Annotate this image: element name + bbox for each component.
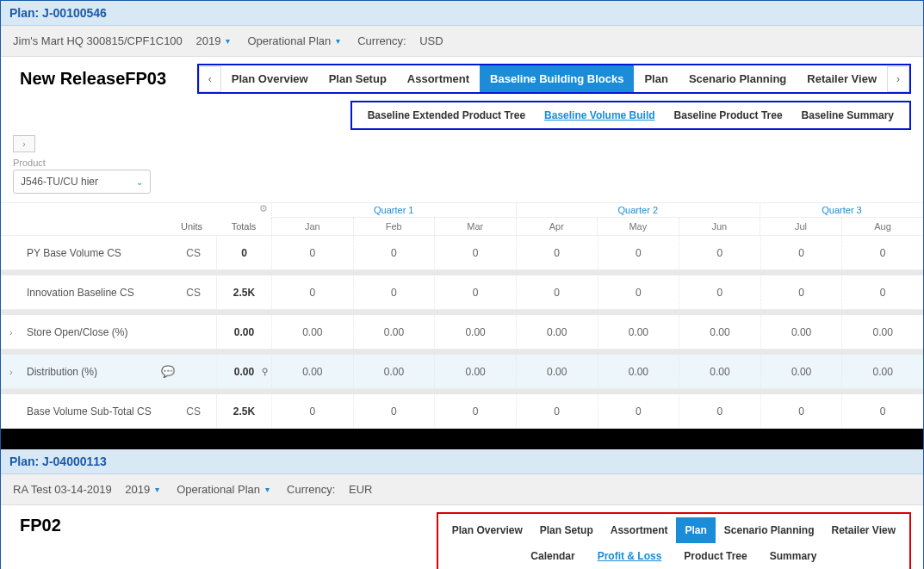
volume-grid: Units ⚙ Totals Quarter 1 Jan Feb Mar Qua… xyxy=(1,202,923,429)
gear-icon[interactable]: ⚙ xyxy=(259,203,268,214)
tab-plan-setup[interactable]: Plan Setup xyxy=(319,65,397,92)
row-total: 2.5K xyxy=(216,275,271,309)
customer-selector[interactable]: Jim's Mart HQ 300815/CPF1C100 2019 ▾ xyxy=(13,34,230,47)
grid-cell[interactable]: 0.00 xyxy=(434,355,516,388)
subtab-summary[interactable]: Summary xyxy=(770,550,817,562)
expand-panel-button[interactable]: › xyxy=(13,135,35,152)
product-dropdown[interactable]: J546-TU/CU hier ⌄ xyxy=(13,170,151,194)
grid-cell[interactable]: 0.00 xyxy=(271,355,353,388)
table-row: Base Volume Sub-Total CSCS2.5K00000000 xyxy=(1,394,923,429)
grid-cell[interactable]: 0 xyxy=(516,275,598,309)
quarter-label: Quarter 1 xyxy=(271,203,516,218)
tab-plan[interactable]: Plan xyxy=(634,65,678,92)
quarter-label: Quarter 2 xyxy=(516,203,760,218)
grid-cell[interactable]: 0 xyxy=(598,394,679,428)
tab-assortment[interactable]: Assortment xyxy=(602,517,677,543)
grid-cell[interactable]: 0.00 xyxy=(679,355,760,388)
grid-cell[interactable]: 0 xyxy=(760,236,842,269)
month-header: Aug xyxy=(841,218,923,235)
grid-cell[interactable]: 0 xyxy=(679,394,760,428)
plan-type-selector[interactable]: Operational Plan ▾ xyxy=(247,34,340,47)
table-row: Innovation Baseline CSCS2.5K00000000 xyxy=(1,275,923,310)
grid-cell[interactable]: 0 xyxy=(353,394,435,428)
tab-retailer-view[interactable]: Retailer View xyxy=(797,65,887,92)
grid-cell[interactable]: 0 xyxy=(353,236,435,269)
grid-cell[interactable]: 0 xyxy=(434,275,516,309)
upper-toolbar: Jim's Mart HQ 300815/CPF1C100 2019 ▾ Ope… xyxy=(1,26,923,57)
grid-cell[interactable]: 0 xyxy=(598,275,679,309)
grid-cell[interactable]: 0 xyxy=(760,394,842,428)
subtab-product-tree[interactable]: Product Tree xyxy=(684,550,747,562)
grid-header: Units ⚙ Totals Quarter 1 Jan Feb Mar Qua… xyxy=(1,203,923,236)
month-header: Jan xyxy=(271,218,353,235)
grid-cell[interactable]: 0 xyxy=(353,275,435,309)
plan-type-selector[interactable]: Operational Plan ▾ xyxy=(177,483,270,496)
grid-cell[interactable]: 0.00 xyxy=(760,355,842,388)
tab-plan-overview[interactable]: Plan Overview xyxy=(221,65,319,92)
subtabs-upper: Baseline Extended Product Tree Baseline … xyxy=(352,102,909,128)
grid-cell[interactable]: 0 xyxy=(516,236,598,269)
tab-plan-setup[interactable]: Plan Setup xyxy=(531,517,602,543)
grid-cell[interactable]: 0.00 xyxy=(516,315,598,349)
row-total: 0 xyxy=(216,236,271,269)
grid-cell[interactable]: 0 xyxy=(760,275,842,309)
grid-cell[interactable]: 0.00 xyxy=(598,315,679,349)
subtab-baseline-extended-product-tree[interactable]: Baseline Extended Product Tree xyxy=(368,109,525,121)
grid-cell[interactable]: 0.00 xyxy=(353,315,435,349)
page-title-upper: Plan: J-00100546 xyxy=(1,1,923,26)
grid-cell[interactable]: 0 xyxy=(271,236,353,269)
grid-cell[interactable]: 0 xyxy=(598,236,679,269)
customer-selector[interactable]: RA Test 03-14-2019 2019 ▾ xyxy=(13,483,159,496)
grid-cell[interactable]: 0.00 xyxy=(760,315,842,349)
chevron-down-icon: ⌄ xyxy=(136,177,143,187)
tabs-scroll-right[interactable]: › xyxy=(887,66,909,92)
lower-panel: Plan: J-04000113 RA Test 03-14-2019 2019… xyxy=(1,449,923,569)
tab-plan-overview[interactable]: Plan Overview xyxy=(443,517,531,543)
tab-scenario-planning[interactable]: Scenario Planning xyxy=(716,517,823,543)
grid-cell[interactable]: 0 xyxy=(271,275,353,309)
grid-cell[interactable]: 0 xyxy=(434,394,516,428)
grid-cell[interactable]: 0 xyxy=(516,394,598,428)
grid-cell[interactable]: 0.00 xyxy=(271,315,353,349)
grid-cell[interactable]: 0 xyxy=(841,236,923,269)
subtab-baseline-product-tree[interactable]: Baseline Product Tree xyxy=(674,109,783,121)
grid-cell[interactable]: 0.00 xyxy=(841,355,923,388)
subtab-baseline-summary[interactable]: Baseline Summary xyxy=(802,109,894,121)
magnify-icon[interactable]: ⚲ xyxy=(262,367,268,376)
subtab-profit-loss[interactable]: Profit & Loss xyxy=(598,550,662,562)
tab-plan[interactable]: Plan xyxy=(676,517,715,543)
grid-cell[interactable]: 0.00 xyxy=(516,355,598,388)
grid-cell[interactable]: 0.00 xyxy=(841,315,923,349)
grid-cell[interactable]: 0 xyxy=(679,275,760,309)
table-row: ›Distribution (%)💬0.00⚲0.000.000.000.000… xyxy=(1,355,923,389)
row-total: 0.00⚲ xyxy=(216,355,271,388)
expand-row-icon[interactable]: › xyxy=(9,367,13,377)
row-name: PY Base Volume CS xyxy=(27,247,175,259)
grid-cell[interactable]: 0 xyxy=(841,275,923,309)
subtabs-lower: Calendar Profit & Loss Product Tree Summ… xyxy=(443,543,904,569)
grid-cell[interactable]: 0 xyxy=(679,236,760,269)
tab-baseline-building-blocks[interactable]: Baseline Building Blocks xyxy=(480,65,634,92)
divider-bar xyxy=(1,429,923,449)
grid-cell[interactable]: 0 xyxy=(841,394,923,428)
grid-cell[interactable]: 0 xyxy=(271,394,353,428)
grid-cell[interactable]: 0.00 xyxy=(434,315,516,349)
expand-row-icon[interactable]: › xyxy=(9,327,13,337)
tab-scenario-planning[interactable]: Scenario Planning xyxy=(679,65,797,92)
grid-cell[interactable]: 0 xyxy=(434,236,516,269)
month-header: Feb xyxy=(353,218,435,235)
grid-cell[interactable]: 0.00 xyxy=(353,355,435,388)
row-name: Base Volume Sub-Total CS xyxy=(27,405,175,417)
tab-assortment[interactable]: Assortment xyxy=(397,65,480,92)
subtab-baseline-volume-build[interactable]: Baseline Volume Build xyxy=(544,109,654,121)
month-header: Jun xyxy=(679,218,760,235)
row-name: Innovation Baseline CS xyxy=(27,287,175,299)
subtab-calendar[interactable]: Calendar xyxy=(530,550,574,562)
comment-icon[interactable]: 💬 xyxy=(161,365,175,378)
tab-retailer-view[interactable]: Retailer View xyxy=(823,517,904,543)
row-units: CS xyxy=(175,405,209,417)
grid-cell[interactable]: 0.00 xyxy=(598,355,679,388)
tabs-scroll-left[interactable]: ‹ xyxy=(199,66,221,92)
grid-cell[interactable]: 0.00 xyxy=(679,315,760,349)
totals-header: Totals xyxy=(216,221,271,232)
